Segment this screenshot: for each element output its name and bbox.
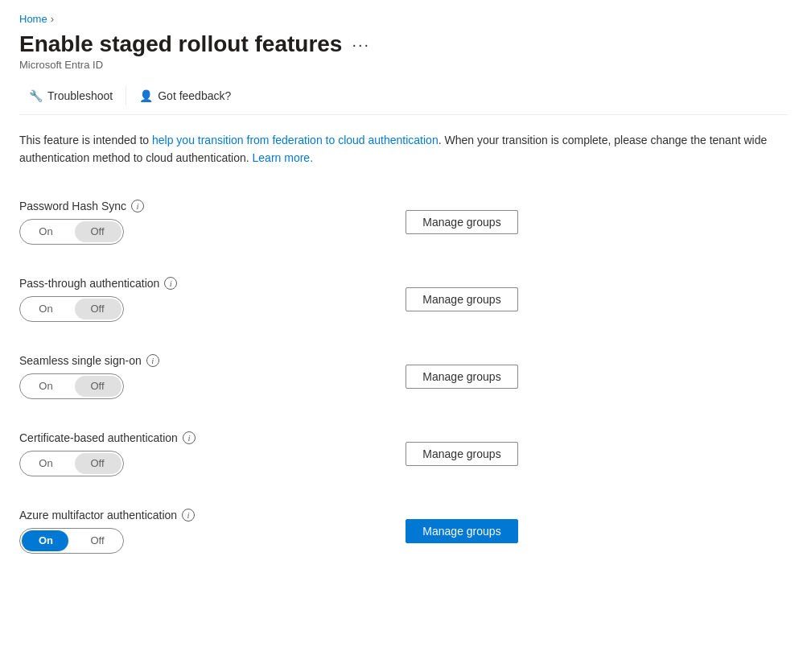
info-icon-azure-mfa[interactable]: i bbox=[182, 509, 195, 522]
feedback-label: Got feedback? bbox=[158, 89, 231, 102]
troubleshoot-button[interactable]: Troubleshoot bbox=[19, 84, 122, 108]
manage-groups-button-azure-mfa[interactable]: Manage groups bbox=[406, 519, 518, 543]
feature-row-seamless-sso: Seamless single sign-on i On Off Manage … bbox=[19, 338, 788, 415]
toolbar-divider bbox=[126, 86, 126, 105]
toggle-pass-through-auth[interactable]: On Off bbox=[19, 296, 124, 322]
feature-left-pass-through-auth: Pass-through authentication i On Off bbox=[19, 277, 357, 322]
wrench-icon bbox=[29, 89, 43, 103]
feature-label-seamless-sso: Seamless single sign-on bbox=[19, 354, 142, 367]
toggle-seamless-sso[interactable]: On Off bbox=[19, 373, 124, 399]
toggle-on-label-pass-through-auth: On bbox=[20, 297, 72, 321]
feature-label-row-seamless-sso: Seamless single sign-on i bbox=[19, 354, 357, 367]
breadcrumb: Home › bbox=[19, 13, 788, 25]
feature-label-row-cert-based-auth: Certificate-based authentication i bbox=[19, 431, 357, 444]
feature-label-row-pass-through-auth: Pass-through authentication i bbox=[19, 277, 357, 290]
feature-row-cert-based-auth: Certificate-based authentication i On Of… bbox=[19, 415, 788, 493]
feature-label-row-password-hash-sync: Password Hash Sync i bbox=[19, 200, 357, 212]
feature-label-pass-through-auth: Pass-through authentication bbox=[19, 277, 159, 290]
toggle-off-label-seamless-sso: Off bbox=[72, 374, 123, 398]
feature-right-azure-mfa: Manage groups bbox=[357, 519, 788, 543]
feedback-button[interactable]: Got feedback? bbox=[130, 84, 241, 108]
feature-left-seamless-sso: Seamless single sign-on i On Off bbox=[19, 354, 357, 399]
feature-left-cert-based-auth: Certificate-based authentication i On Of… bbox=[19, 431, 357, 476]
feature-row-password-hash-sync: Password Hash Sync i On Off Manage group… bbox=[19, 183, 788, 261]
feature-right-cert-based-auth: Manage groups bbox=[357, 442, 788, 466]
info-highlight: help you transition from federation to c… bbox=[152, 134, 438, 146]
toggle-cert-based-auth[interactable]: On Off bbox=[19, 451, 124, 476]
toggle-azure-mfa[interactable]: On Off bbox=[19, 528, 124, 554]
toggle-on-label-password-hash-sync: On bbox=[20, 220, 72, 244]
breadcrumb-separator: › bbox=[51, 13, 54, 25]
feature-right-pass-through-auth: Manage groups bbox=[357, 287, 788, 311]
feature-row-azure-mfa: Azure multifactor authentication i On Of… bbox=[19, 493, 788, 570]
manage-groups-button-cert-based-auth[interactable]: Manage groups bbox=[406, 442, 518, 466]
page-title: Enable staged rollout features bbox=[19, 31, 342, 57]
toggle-on-label-cert-based-auth: On bbox=[20, 451, 72, 476]
feature-label-row-azure-mfa: Azure multifactor authentication i bbox=[19, 509, 357, 522]
toggle-off-label-pass-through-auth: Off bbox=[72, 297, 123, 321]
manage-groups-button-pass-through-auth[interactable]: Manage groups bbox=[406, 287, 518, 311]
info-banner: This feature is intended to help you tra… bbox=[19, 131, 788, 183]
info-icon-cert-based-auth[interactable]: i bbox=[183, 431, 196, 444]
info-icon-seamless-sso[interactable]: i bbox=[146, 354, 159, 367]
toggle-container-seamless-sso: On Off bbox=[19, 373, 357, 399]
page-subtitle: Microsoft Entra ID bbox=[19, 59, 788, 71]
toggle-off-label-cert-based-auth: Off bbox=[72, 451, 123, 476]
breadcrumb-home[interactable]: Home bbox=[19, 13, 47, 25]
feature-row-pass-through-auth: Pass-through authentication i On Off Man… bbox=[19, 261, 788, 338]
feature-left-azure-mfa: Azure multifactor authentication i On Of… bbox=[19, 509, 357, 554]
toggle-off-label-password-hash-sync: Off bbox=[72, 220, 123, 244]
feature-left-password-hash-sync: Password Hash Sync i On Off bbox=[19, 200, 357, 245]
toggle-container-pass-through-auth: On Off bbox=[19, 296, 357, 322]
info-icon-password-hash-sync[interactable]: i bbox=[131, 200, 144, 212]
toggle-container-cert-based-auth: On Off bbox=[19, 451, 357, 476]
more-options-button[interactable]: ··· bbox=[352, 35, 370, 54]
learn-more-link[interactable]: Learn more. bbox=[253, 151, 313, 164]
feedback-icon bbox=[139, 89, 153, 103]
feature-right-password-hash-sync: Manage groups bbox=[357, 210, 788, 234]
toggle-on-label-seamless-sso: On bbox=[20, 374, 72, 398]
feature-right-seamless-sso: Manage groups bbox=[357, 365, 788, 389]
manage-groups-button-seamless-sso[interactable]: Manage groups bbox=[406, 365, 518, 389]
toggle-off-label-azure-mfa: Off bbox=[72, 529, 123, 553]
info-icon-pass-through-auth[interactable]: i bbox=[164, 277, 177, 290]
manage-groups-button-password-hash-sync[interactable]: Manage groups bbox=[406, 210, 518, 234]
page-header: Enable staged rollout features ··· bbox=[19, 31, 788, 57]
main-page: Home › Enable staged rollout features ··… bbox=[0, 0, 807, 583]
toggle-container-azure-mfa: On Off bbox=[19, 528, 357, 554]
toggle-on-label-azure-mfa: On bbox=[20, 529, 72, 553]
feature-label-password-hash-sync: Password Hash Sync bbox=[19, 200, 126, 212]
toggle-password-hash-sync[interactable]: On Off bbox=[19, 219, 124, 245]
toggle-container-password-hash-sync: On Off bbox=[19, 219, 357, 245]
toolbar: Troubleshoot Got feedback? bbox=[19, 84, 788, 115]
features-list: Password Hash Sync i On Off Manage group… bbox=[19, 183, 788, 570]
feature-label-cert-based-auth: Certificate-based authentication bbox=[19, 431, 178, 444]
feature-label-azure-mfa: Azure multifactor authentication bbox=[19, 509, 177, 522]
troubleshoot-label: Troubleshoot bbox=[47, 89, 113, 102]
